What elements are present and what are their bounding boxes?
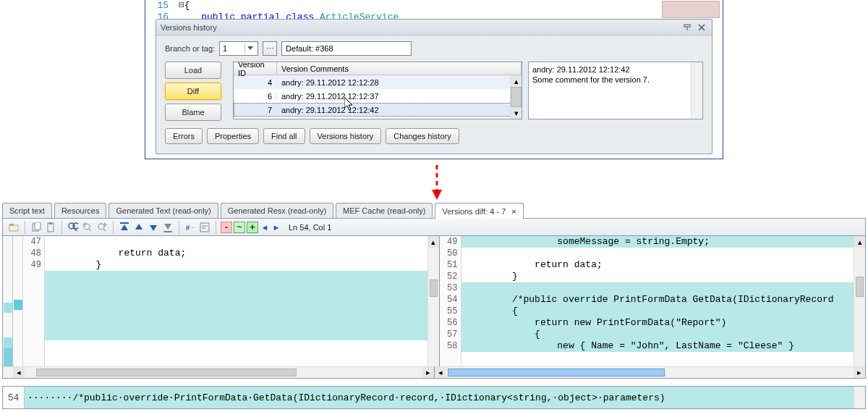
code-line[interactable]: return new PrintFormData("Report"): [461, 317, 854, 329]
svg-marker-22: [104, 222, 107, 227]
panel-title: Versions history: [161, 20, 217, 35]
gutter-line: [23, 317, 41, 329]
code-line[interactable]: someMessage = string.Empty;: [461, 236, 854, 248]
code-line[interactable]: [45, 271, 427, 282]
versions-table[interactable]: Version ID Version Comments 4 andry: 29.…: [233, 62, 522, 119]
scroll-thumb[interactable]: [511, 87, 522, 107]
code-line-15[interactable]: ⊟{: [179, 0, 723, 12]
right-hscroll[interactable]: ◂ ▸: [435, 366, 866, 378]
find-prev-icon[interactable]: [81, 221, 94, 234]
code-line[interactable]: [45, 282, 427, 294]
col-version-comments[interactable]: Version Comments: [277, 62, 522, 75]
panel-close-icon[interactable]: [696, 22, 707, 33]
open-icon[interactable]: [7, 221, 20, 234]
scroll-thumb[interactable]: [448, 369, 665, 377]
line-number-icon[interactable]: #→: [184, 221, 197, 234]
tab-mef-cache[interactable]: MEF Cache (read-only): [336, 203, 433, 218]
code-line[interactable]: [45, 294, 427, 306]
scroll-up-icon[interactable]: ▴: [511, 75, 522, 87]
load-button[interactable]: Load: [165, 62, 221, 79]
browse-button[interactable]: ⋯: [263, 41, 277, 56]
paste-icon[interactable]: [44, 221, 57, 234]
changes-history-button[interactable]: Changes history: [386, 128, 459, 144]
tab-versions-diff[interactable]: Versions diff: 4 - 7 ×: [435, 203, 523, 219]
gutter-line: [23, 282, 41, 294]
properties-button[interactable]: Properties: [207, 128, 259, 144]
code-line[interactable]: [45, 329, 427, 340]
left-code[interactable]: return data; }: [45, 236, 427, 378]
tab-resources[interactable]: Resources: [54, 203, 107, 218]
scroll-thumb[interactable]: [856, 277, 864, 297]
table-row[interactable]: 4 andry: 29.11.2012 12:12:28: [234, 75, 522, 89]
versions-history-button[interactable]: Versions history: [310, 128, 382, 144]
preview-scroll[interactable]: [854, 387, 865, 408]
scroll-thumb[interactable]: [36, 369, 297, 377]
scroll-up-icon[interactable]: ▴: [428, 236, 439, 248]
default-version-box[interactable]: Default: #368: [281, 41, 412, 56]
tab-generated-resx[interactable]: Generated Resx (read-only): [221, 203, 333, 218]
table-row-selected[interactable]: 7 andry: 29.11.2012 12:12:42: [234, 103, 522, 117]
code-line[interactable]: [45, 317, 427, 329]
gutter-line: 49: [440, 236, 458, 248]
added-lines-icon[interactable]: +: [247, 222, 258, 233]
code-line[interactable]: return data;: [461, 259, 854, 271]
scroll-left-icon[interactable]: ◂: [435, 367, 446, 378]
next-change-icon[interactable]: ►: [271, 222, 281, 233]
modified-lines-icon[interactable]: ~: [234, 222, 245, 233]
scroll-down-icon[interactable]: ▾: [511, 107, 522, 119]
nav-down-icon[interactable]: [147, 221, 160, 234]
find-icon[interactable]: [67, 221, 80, 234]
code-line[interactable]: }: [45, 259, 427, 271]
find-all-button[interactable]: Find all: [263, 128, 305, 144]
scroll-right-icon[interactable]: ▸: [422, 367, 434, 378]
left-overview[interactable]: [13, 236, 23, 378]
left-vscroll[interactable]: ▴ ▾: [427, 236, 439, 378]
table-scrollbar[interactable]: ▴ ▾: [510, 75, 522, 119]
preview-line-text[interactable]: ········/*public·override·PrintFormData·…: [25, 387, 854, 408]
errors-button[interactable]: Errors: [165, 128, 203, 144]
minimap[interactable]: [662, 1, 720, 18]
code-line[interactable]: [45, 236, 427, 248]
blame-button[interactable]: Blame: [165, 104, 221, 121]
code-line[interactable]: [45, 306, 427, 317]
prev-change-icon[interactable]: ◄: [260, 222, 270, 233]
table-row[interactable]: 6 andry: 29.11.2012 12:12:37: [234, 89, 522, 103]
svg-rect-9: [9, 224, 14, 226]
scroll-left-icon[interactable]: ◂: [13, 367, 25, 378]
code-line[interactable]: return data;: [45, 248, 427, 259]
scroll-up-icon[interactable]: ▴: [854, 236, 865, 248]
current-line-preview: 54 ········/*public·override·PrintFormDa…: [2, 386, 866, 409]
right-vscroll[interactable]: ▴ ▾: [854, 236, 865, 378]
code-line[interactable]: new { Name = "John", LastName = "Cleese"…: [461, 340, 854, 352]
wrap-icon[interactable]: [198, 221, 211, 234]
right-code[interactable]: someMessage = string.Empty; return data;…: [461, 236, 854, 378]
tab-close-icon[interactable]: ×: [511, 207, 516, 216]
nav-up-icon[interactable]: [132, 221, 145, 234]
scroll-right-icon[interactable]: ▸: [854, 367, 865, 378]
code-line[interactable]: /*public override PrintFormData GetData(…: [461, 294, 854, 306]
code-line[interactable]: {: [461, 329, 854, 340]
panel-pin-icon[interactable]: [681, 22, 693, 33]
tab-script-text[interactable]: Script text: [2, 203, 52, 218]
tab-generated-text[interactable]: Generated Text (read-only): [109, 203, 218, 218]
comment-scrollbar[interactable]: [691, 62, 702, 119]
nav-bottom-icon[interactable]: [161, 221, 174, 234]
left-hscroll[interactable]: ◂ ▸: [3, 366, 435, 378]
diff-button[interactable]: Diff: [165, 83, 221, 100]
code-line[interactable]: }: [461, 271, 854, 282]
branch-combo[interactable]: 1: [219, 41, 258, 56]
gutter-line: [23, 294, 41, 306]
scroll-thumb[interactable]: [430, 279, 438, 297]
code-line[interactable]: {: [461, 306, 854, 317]
diff-overview-strip[interactable]: [3, 236, 13, 378]
col-version-id[interactable]: Version ID: [234, 62, 277, 75]
nav-top-icon[interactable]: [118, 221, 131, 234]
chevron-down-icon[interactable]: [244, 43, 255, 54]
copy-icon[interactable]: [30, 221, 43, 234]
version-comment-box[interactable]: andry: 29.11.2012 12:12:42 Some comment …: [528, 62, 703, 119]
removed-lines-icon[interactable]: -: [221, 222, 232, 233]
code-line[interactable]: [461, 248, 854, 259]
find-next-icon[interactable]: [95, 221, 109, 234]
mouse-cursor-icon: [344, 97, 354, 112]
code-line[interactable]: [461, 282, 854, 294]
